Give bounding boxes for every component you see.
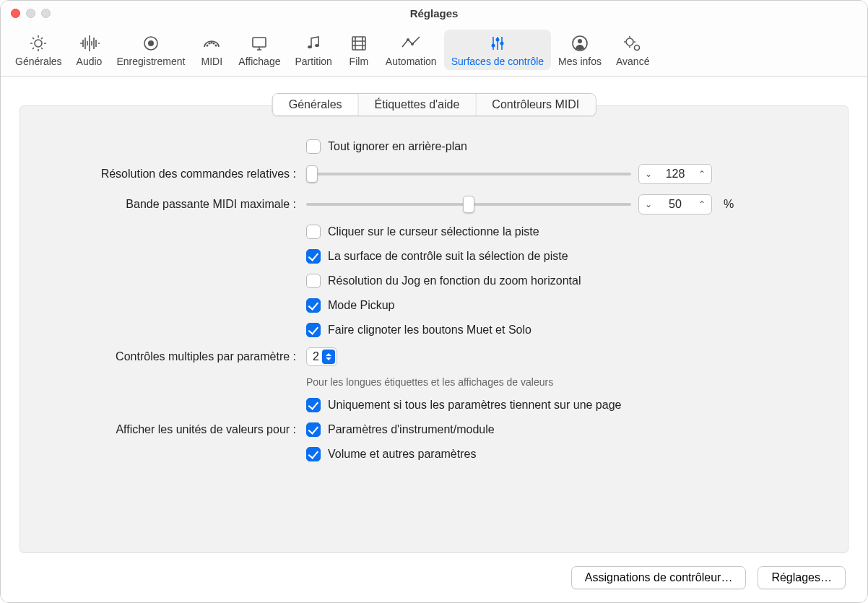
svg-point-16 bbox=[500, 42, 503, 45]
toolbar-display[interactable]: Affichage bbox=[231, 30, 287, 70]
svg-point-14 bbox=[491, 44, 495, 48]
only-if-fit-label: Uniquement si tous les paramètres tienne… bbox=[328, 399, 621, 412]
svg-point-6 bbox=[209, 43, 211, 45]
toolbar-label: Affichage bbox=[238, 56, 280, 67]
jog-resolution-checkbox[interactable] bbox=[306, 274, 321, 288]
popup-arrows-icon bbox=[322, 350, 335, 364]
toolbar-my-info[interactable]: Mes infos bbox=[551, 30, 609, 70]
toolbar-label: Audio bbox=[77, 56, 103, 67]
relative-resolution-value: 128 bbox=[658, 168, 693, 181]
toolbar-label: Partition bbox=[295, 56, 331, 67]
toolbar-label: Surfaces de contrôle bbox=[451, 56, 544, 67]
svg-rect-8 bbox=[253, 38, 266, 47]
relative-resolution-slider[interactable] bbox=[306, 167, 631, 181]
svg-point-13 bbox=[411, 43, 414, 45]
svg-point-18 bbox=[578, 39, 582, 43]
sliders-icon bbox=[485, 32, 510, 54]
toolbar-label: MIDI bbox=[201, 56, 223, 67]
units-volume-checkbox[interactable] bbox=[306, 447, 321, 461]
preferences-toolbar: Générales Audio Enregistrement MIDI Affi… bbox=[1, 25, 867, 77]
click-fader-checkbox[interactable] bbox=[306, 225, 321, 239]
svg-point-4 bbox=[211, 42, 213, 44]
record-icon bbox=[139, 32, 163, 54]
automation-icon bbox=[399, 32, 423, 54]
toolbar-recording[interactable]: Enregistrement bbox=[109, 30, 192, 70]
toolbar-label: Générales bbox=[15, 56, 62, 67]
toolbar-label: Film bbox=[350, 56, 368, 67]
settings-window: Réglages Générales Audio Enregistrement … bbox=[0, 0, 868, 603]
toolbar-audio[interactable]: Audio bbox=[69, 30, 110, 70]
svg-point-15 bbox=[495, 38, 499, 42]
gears-icon bbox=[620, 32, 645, 54]
stepper-up-icon[interactable]: ⌃ bbox=[693, 195, 711, 214]
pickup-mode-label: Mode Pickup bbox=[328, 299, 395, 312]
toolbar-label: Avancé bbox=[616, 56, 649, 67]
jog-resolution-label: Résolution du Jog en fonction du zoom ho… bbox=[328, 274, 581, 287]
svg-point-5 bbox=[215, 45, 217, 47]
toolbar-movie[interactable]: Film bbox=[339, 30, 378, 70]
controller-assignments-button[interactable]: Assignations de contrôleur… bbox=[571, 566, 747, 589]
svg-point-12 bbox=[407, 38, 409, 41]
svg-point-10 bbox=[315, 44, 319, 47]
relative-resolution-stepper[interactable]: ⌄ 128 ⌃ bbox=[638, 164, 712, 184]
svg-point-0 bbox=[35, 40, 42, 47]
waveform-icon bbox=[77, 32, 102, 54]
setup-button[interactable]: Réglages… bbox=[758, 566, 846, 589]
bypass-background-checkbox[interactable] bbox=[306, 139, 321, 154]
flash-mute-solo-label: Faire clignoter les boutons Muet et Solo bbox=[328, 324, 531, 337]
toolbar-automation[interactable]: Automation bbox=[378, 30, 444, 70]
toolbar-label: Mes infos bbox=[558, 56, 602, 67]
svg-point-3 bbox=[207, 45, 209, 47]
multiple-controls-note: Pour les longues étiquettes et les affic… bbox=[306, 376, 829, 388]
midi-bandwidth-unit: % bbox=[724, 198, 734, 211]
svg-point-9 bbox=[308, 45, 312, 48]
notes-icon bbox=[301, 32, 326, 54]
tab-general[interactable]: Générales bbox=[273, 94, 359, 116]
tab-midi-controllers[interactable]: Contrôleurs MIDI bbox=[476, 94, 595, 116]
toolbar-score[interactable]: Partition bbox=[287, 30, 339, 70]
stepper-up-icon[interactable]: ⌃ bbox=[693, 165, 711, 183]
multiple-controls-value: 2 bbox=[313, 350, 319, 363]
bottom-button-bar: Assignations de contrôleur… Réglages… bbox=[19, 553, 849, 589]
follow-selection-checkbox[interactable] bbox=[306, 249, 321, 264]
titlebar: Réglages bbox=[1, 1, 867, 25]
svg-point-2 bbox=[148, 40, 154, 46]
flash-mute-solo-checkbox[interactable] bbox=[306, 323, 321, 337]
units-volume-label: Volume et autres paramètres bbox=[328, 448, 476, 461]
multiple-controls-popup[interactable]: 2 bbox=[306, 347, 337, 366]
stepper-down-icon[interactable]: ⌄ bbox=[639, 195, 658, 214]
stepper-down-icon[interactable]: ⌄ bbox=[639, 165, 658, 183]
toolbar-midi[interactable]: MIDI bbox=[192, 30, 231, 70]
units-instrument-label: Paramètres d'instrument/module bbox=[328, 423, 495, 436]
bypass-background-label: Tout ignorer en arrière-plan bbox=[328, 140, 467, 153]
midi-bandwidth-value: 50 bbox=[658, 198, 693, 211]
show-units-label: Afficher les unités de valeurs pour : bbox=[39, 423, 299, 436]
toolbar-control-surfaces[interactable]: Surfaces de contrôle bbox=[444, 30, 551, 70]
settings-form: Tout ignorer en arrière-plan Résolution … bbox=[39, 139, 829, 461]
pickup-mode-checkbox[interactable] bbox=[306, 298, 321, 313]
only-if-fit-checkbox[interactable] bbox=[306, 398, 321, 412]
midi-bandwidth-label: Bande passante MIDI maximale : bbox=[39, 198, 299, 211]
follow-selection-label: La surface de contrôle suit la sélection… bbox=[328, 250, 568, 263]
svg-rect-11 bbox=[352, 37, 365, 50]
gear-icon bbox=[26, 32, 51, 54]
person-icon bbox=[568, 32, 592, 54]
toolbar-general[interactable]: Générales bbox=[8, 30, 69, 70]
svg-point-19 bbox=[626, 38, 633, 45]
midi-bandwidth-stepper[interactable]: ⌄ 50 ⌃ bbox=[638, 194, 712, 214]
svg-point-7 bbox=[213, 43, 215, 45]
toolbar-label: Automation bbox=[386, 56, 437, 67]
monitor-icon bbox=[247, 32, 272, 54]
toolbar-advanced[interactable]: Avancé bbox=[609, 30, 656, 70]
toolbar-label: Enregistrement bbox=[116, 56, 185, 67]
units-instrument-checkbox[interactable] bbox=[306, 422, 321, 437]
multiple-controls-label: Contrôles multiples par paramètre : bbox=[39, 350, 299, 363]
tab-help-tags[interactable]: Étiquettes d'aide bbox=[359, 94, 477, 116]
svg-point-20 bbox=[635, 45, 640, 51]
midi-bandwidth-slider[interactable] bbox=[306, 197, 631, 212]
content-area: Générales Étiquettes d'aide Contrôleurs … bbox=[1, 77, 867, 602]
settings-panel: Générales Étiquettes d'aide Contrôleurs … bbox=[19, 105, 849, 553]
window-title: Réglages bbox=[1, 7, 867, 19]
film-icon bbox=[347, 32, 371, 54]
relative-resolution-label: Résolution des commandes relatives : bbox=[39, 168, 299, 181]
